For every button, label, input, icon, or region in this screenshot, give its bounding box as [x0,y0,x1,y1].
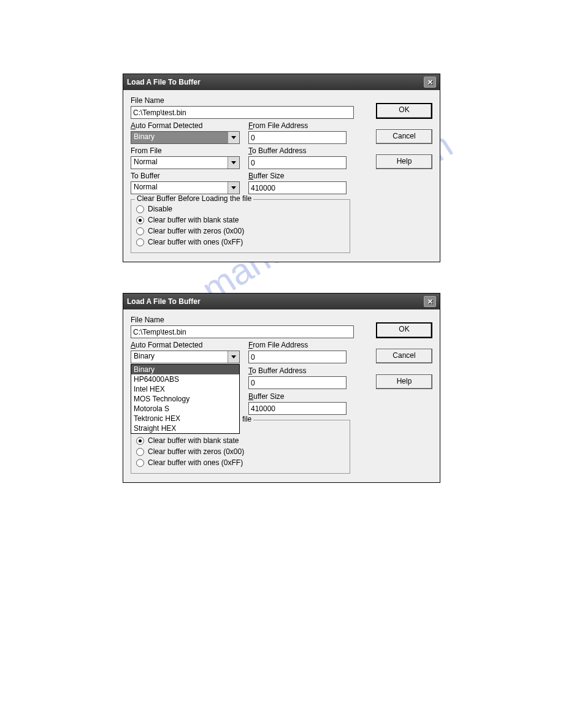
filename-input[interactable] [131,325,354,338]
clear-buffer-group: Clear Buffer Before Loading the file Dis… [131,199,350,253]
from-file-address-input[interactable] [248,351,347,363]
radio-zeros-label: Clear buffer with zeros (0x00) [148,447,244,456]
radio-ones[interactable] [136,238,144,246]
chevron-down-icon[interactable] [228,182,239,194]
chevron-down-icon[interactable] [228,157,239,169]
close-icon[interactable]: ✕ [424,77,436,88]
auto-format-label: Auto Format Detected [131,341,240,349]
to-buffer-value: Normal [131,182,228,194]
help-button[interactable]: Help [376,154,432,169]
close-icon[interactable]: ✕ [424,296,436,307]
from-file-address-input[interactable] [248,131,347,144]
to-buffer-address-input[interactable] [248,376,347,389]
buffer-size-label: Buffer Size [248,172,347,180]
buffer-size-input[interactable] [248,181,347,194]
ok-button[interactable]: OK [376,322,432,338]
dialog-load-file-2: Load A File To Buffer ✕ File Name OK Aut… [123,293,440,483]
chevron-down-icon[interactable] [228,132,239,143]
to-buffer-select[interactable]: Normal [131,181,240,194]
dropdown-option[interactable]: Motorola S [131,404,239,414]
dropdown-option[interactable]: MOS Technology [131,394,239,404]
buffer-size-label: Buffer Size [248,392,347,401]
titlebar[interactable]: Load A File To Buffer ✕ [123,294,440,309]
chevron-down-icon[interactable] [228,351,239,363]
dialog-title: Load A File To Buffer [127,78,201,86]
radio-disable-label: Disable [148,205,172,213]
auto-format-select[interactable]: Binary [131,131,240,144]
auto-format-select[interactable]: Binary [131,351,240,363]
radio-blank[interactable] [136,437,144,445]
to-buffer-address-label: To Buffer Address [248,146,347,155]
dropdown-option[interactable]: HP64000ABS [131,374,239,384]
dialog-title: Load A File To Buffer [127,297,201,306]
help-button[interactable]: Help [376,374,432,389]
radio-zeros[interactable] [136,448,144,456]
auto-format-value: Binary [131,132,228,143]
auto-format-value: Binary [131,351,228,363]
titlebar[interactable]: Load A File To Buffer ✕ [123,74,440,90]
filename-label: File Name [131,316,354,324]
dropdown-option[interactable]: Binary [131,365,239,374]
radio-zeros[interactable] [136,227,144,235]
dropdown-option[interactable]: Tektronic HEX [131,414,239,423]
radio-ones[interactable] [136,459,144,467]
auto-format-dropdown[interactable]: BinaryHP64000ABSIntel HEXMOS TechnologyM… [131,364,240,434]
from-file-label: From File [131,146,240,155]
buffer-size-input[interactable] [248,402,347,415]
from-file-value: Normal [131,157,228,169]
dialog-load-file-1: Load A File To Buffer ✕ File Name OK Aut… [123,74,440,262]
radio-ones-label: Clear buffer with ones (0xFF) [148,458,243,467]
radio-zeros-label: Clear buffer with zeros (0x00) [148,227,244,235]
radio-blank-label: Clear buffer with blank state [148,436,239,445]
auto-format-label: Auto Format Detected [131,121,240,130]
ok-button[interactable]: OK [376,103,432,119]
dropdown-option[interactable]: Intel HEX [131,384,239,394]
from-file-select[interactable]: Normal [131,156,240,169]
cancel-button[interactable]: Cancel [376,129,432,144]
to-buffer-address-label: To Buffer Address [248,366,347,375]
radio-ones-label: Clear buffer with ones (0xFF) [148,238,243,246]
radio-blank-label: Clear buffer with blank state [148,216,239,224]
cancel-button[interactable]: Cancel [376,349,432,363]
clear-buffer-legend: Clear Buffer Before Loading the file [135,194,253,203]
to-buffer-address-input[interactable] [248,156,347,169]
filename-label: File Name [131,96,354,105]
radio-disable[interactable] [136,205,144,213]
to-buffer-label: To Buffer [131,172,240,180]
filename-input[interactable] [131,106,354,119]
from-file-address-label: From File Address [248,121,347,130]
dropdown-option[interactable]: Straight HEX [131,423,239,433]
from-file-address-label: From File Address [248,341,347,349]
radio-blank[interactable] [136,216,144,224]
